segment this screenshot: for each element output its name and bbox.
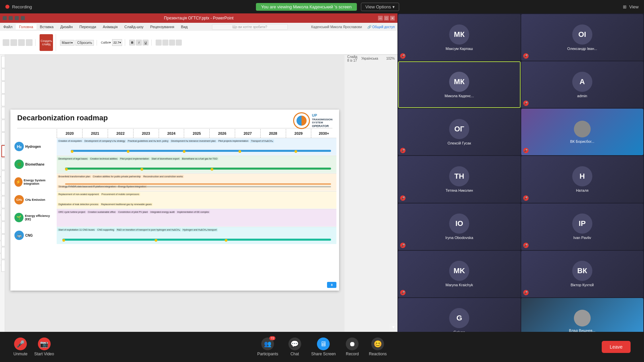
energy-icon: ⚡ [14,177,22,187]
video-bg: ВК Борисбог... [521,109,644,155]
view-options-button[interactable]: View Options ▾ [361,3,399,11]
tab-home[interactable]: Головна [16,24,37,29]
participant-tile-oleksiy: ОГ Олексій Гусак 🎤 [398,109,521,155]
participant-avatar: Н [572,166,592,186]
row-hydrogen-label: H₂ Hydrogen [13,142,57,151]
participant-video-placeholder: IP Ivan Pavliv [521,203,644,250]
participant-name: Iryna Obodovska [444,236,475,240]
top-bar: Recording You are viewing Микола Каденсь… [0,0,644,13]
roadmap-rows: H₂ Hydrogen Creation of ecosystem Develo… [13,138,336,244]
participants-label: Participants [257,352,278,356]
video-face [574,310,591,326]
participant-name: Максум Карпаш [444,47,474,51]
tab-slideshow[interactable]: Слайд-шоу [121,24,147,29]
roadmap: 2020 2021 2022 2023 2024 2025 2026 2027 … [13,129,336,288]
ee-icon: 🌱 [14,213,23,222]
participant-video-placeholder: ОІ Олександр Іван... [521,14,644,61]
year-2027: 2027 [235,129,260,138]
slide-thumb-9[interactable]: 9 [1,158,5,170]
participant-avatar: МК [449,24,469,45]
slide-thumb-5[interactable]: 5 [1,107,5,119]
slide-thumb-14[interactable]: 14 [1,222,5,234]
tab-view[interactable]: Вид [178,24,191,29]
start-video-button[interactable]: 📷 Start Video [34,338,54,356]
leave-button[interactable]: Leave [602,341,631,353]
cng-icon: 🚌 [14,231,24,240]
participant-video-placeholder: МК Микола Каденс... [399,62,520,107]
tab-review[interactable]: Рецензування [147,24,178,29]
close-button[interactable]: ✕ [390,16,395,20]
participant-avatar: IP [572,214,592,234]
slide-thumb-8[interactable]: 8 [1,145,5,157]
chat-icon: 💬 [288,338,301,350]
slide-thumb-2[interactable]: 2 [1,69,5,81]
slide-badge: 8 [327,282,336,288]
slide-thumb-15[interactable]: 15 [1,234,5,246]
logo-circle [293,112,310,129]
slide-thumb-6[interactable]: 6 [1,120,5,132]
slide-thumb-7[interactable]: 7 [1,132,5,144]
participants-sidebar: МК Максум Карпаш 🎤 ОІ Олександр Іван... … [397,13,644,345]
participant-video-placeholder: ОГ Олексій Гусак [398,109,521,155]
chat-button[interactable]: 💬 Chat [288,338,301,356]
participant-tile-vk-borys: ВК Борисбог... 🎤 [521,109,644,155]
view-options-label: View Options [365,4,391,9]
chevron-down-icon: ▾ [392,4,395,9]
tab-transitions[interactable]: Переходи [76,24,100,29]
participant-video-placeholder: A admin [521,61,644,108]
participant-video-placeholder: MK Maryna Kraichyk [398,251,521,297]
tab-file[interactable]: Файл [0,24,16,29]
restore-button[interactable]: □ [384,16,389,20]
slide-thumb-13[interactable]: 13 [1,209,5,221]
top-bar-left: Recording [5,4,32,9]
share-screen-label: Share Screen [311,352,336,356]
ppt-title: Презентація ОГТСУ.pptx - PowerPoint [164,16,233,20]
share-screen-button[interactable]: 🖥 Share Screen [311,338,336,356]
participant-avatar: ОІ [572,24,592,45]
mute-icon: 🎤 [523,101,529,106]
tab-design[interactable]: Дизайн [57,24,76,29]
participant-avatar: ОГ [449,119,469,139]
record-button[interactable]: ⏺ Record [346,338,359,356]
slide-thumb-3[interactable]: 3 [1,81,5,94]
year-2022: 2022 [108,129,133,138]
minimize-button[interactable]: ─ [378,16,383,20]
ppt-statusbar: Слайд 8 із 17 Українська 102% [344,55,397,62]
participant-video-placeholder: IO Iryna Obodovska [398,203,521,250]
participants-button[interactable]: 👥 72 Participants [257,338,278,356]
ppt-toolbar: Создать слайд Макет▾ Сбросить Calibri▾ 2… [0,31,397,54]
slide-area: Decarbonization roadmap UP TRANSMISSION … [5,55,344,345]
slide-thumb-16[interactable]: 16 [1,247,5,259]
slide-thumb-4[interactable]: 4 [1,94,5,106]
mute-icon: 🎤 [400,195,406,201]
slide-thumb-10[interactable]: 10 [1,171,5,183]
participant-tile-iryna: IO Iryna Obodovska 🎤 [398,203,521,250]
year-2026: 2026 [209,129,235,138]
slide-thumb-12[interactable]: 12 [1,196,5,208]
window-controls: ─ □ ✕ [378,16,395,20]
slide-panel: 1 2 3 4 5 6 7 8 9 10 11 12 13 14 15 16 1… [0,55,5,345]
ppt-window: Презентація ОГТСУ.pptx - PowerPoint ─ □ … [0,13,397,345]
participant-tile-ivan: IP Ivan Pavliv 🎤 [521,203,644,250]
year-2030: 2030+ [311,129,336,138]
participant-name: Микола Каденс... [443,94,475,98]
chat-label: Chat [290,352,299,356]
participant-video-placeholder: МК Максум Карпаш [398,14,521,61]
tab-animations[interactable]: Анімація [100,24,121,29]
row-ee-label: 🌱 Energy efficiency (EE) [13,213,57,222]
view-label: View [629,4,639,9]
participant-avatar: ТН [449,166,469,186]
slide-content: Decarbonization roadmap UP TRANSMISSION … [10,110,339,291]
participant-avatar: ВК [572,261,592,281]
slide-thumb-17[interactable]: 17 [1,260,5,272]
reactions-label: Reactions [369,352,387,356]
grid-icon: ⊞ [623,4,627,9]
row-hydrogen: H₂ Hydrogen Creation of ecosystem Develo… [13,138,336,155]
tab-insert[interactable]: Вставка [37,24,57,29]
slide-thumb-1[interactable]: 1 [1,56,5,68]
slide-thumb-11[interactable]: 11 [1,183,5,195]
toolbar-left: 🎤 Unmute 📷 Start Video [13,338,54,356]
unmute-button[interactable]: 🎤 Unmute [13,338,28,356]
sidebar-scroll-down-button[interactable]: ▼ [389,323,397,331]
reactions-button[interactable]: 😊 Reactions [369,338,387,356]
